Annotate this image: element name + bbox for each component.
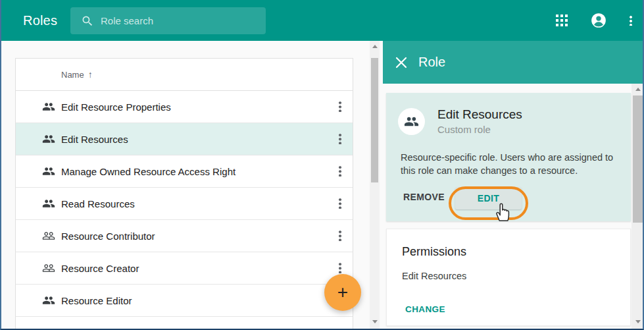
plus-icon: + — [337, 283, 348, 302]
change-button[interactable]: CHANGE — [405, 304, 445, 314]
permissions-heading: Permissions — [402, 245, 630, 259]
edit-button[interactable]: EDIT — [455, 187, 522, 209]
role-name: Read Resources — [61, 198, 135, 209]
avatar — [398, 108, 425, 135]
row-more-vert-icon[interactable] — [335, 262, 345, 275]
roles-list-region: Name ↑ Edit Resource Properties Edit Res… — [0, 41, 382, 329]
column-header-name[interactable]: Name — [61, 70, 84, 80]
panel-title: Role — [418, 55, 445, 70]
role-detail-name: Edit Resources — [437, 107, 522, 122]
add-role-fab[interactable]: + — [324, 274, 361, 311]
close-icon[interactable] — [395, 56, 408, 69]
page-title: Roles — [23, 13, 57, 28]
role-name: Resource Creator — [61, 263, 139, 274]
panel-scrollbar[interactable] — [632, 84, 644, 329]
scroll-down-icon[interactable] — [635, 320, 641, 323]
sort-ascending-icon[interactable]: ↑ — [88, 69, 93, 80]
table-row-partial[interactable] — [16, 317, 353, 330]
more-vert-icon[interactable] — [630, 15, 632, 26]
list-scrollbar[interactable] — [370, 41, 380, 329]
group-icon — [404, 114, 419, 129]
table-row[interactable]: Read Resources — [16, 188, 353, 220]
scrollbar-thumb[interactable] — [633, 96, 643, 223]
scroll-down-icon[interactable] — [372, 320, 378, 323]
app-header: Roles — [0, 0, 644, 41]
role-name: Manage Owned Resource Access Right — [61, 166, 235, 177]
permissions-value: Edit Resources — [402, 271, 630, 281]
table-row-selected[interactable]: Edit Resources — [16, 123, 353, 155]
table-row[interactable]: Resource Editor — [16, 285, 353, 317]
scroll-up-icon[interactable] — [635, 88, 641, 91]
table-row[interactable]: Resource Contributor — [16, 220, 353, 252]
apps-grid-icon[interactable] — [556, 14, 568, 26]
table-row[interactable]: Manage Owned Resource Access Right — [16, 155, 353, 188]
role-detail-panel: Role Edit Resources Custom role Resource… — [383, 41, 644, 329]
row-more-vert-icon[interactable] — [335, 101, 345, 113]
account-circle-icon[interactable] — [590, 12, 607, 29]
scrollbar-thumb[interactable] — [371, 58, 378, 182]
permissions-card: Permissions Edit Resources CHANGE — [386, 229, 631, 326]
scroll-up-icon[interactable] — [372, 45, 378, 48]
table-header-row: Name ↑ — [16, 59, 353, 91]
role-type-label: Custom role — [437, 124, 522, 135]
group-icon — [42, 327, 55, 330]
panel-header: Role — [383, 41, 644, 84]
role-name: Edit Resource Properties — [61, 101, 171, 113]
table-row[interactable]: Resource Creator — [16, 252, 353, 285]
row-more-vert-icon[interactable] — [335, 230, 345, 242]
group-icon — [42, 165, 55, 178]
remove-button[interactable]: REMOVE — [403, 192, 445, 202]
group-icon — [42, 132, 55, 146]
search-icon — [81, 14, 94, 28]
group-icon — [42, 294, 55, 307]
role-name: Edit Resources — [61, 134, 128, 145]
role-name: Resource Editor — [61, 295, 132, 306]
search-box[interactable] — [70, 7, 266, 34]
group-icon — [42, 100, 55, 113]
row-more-vert-icon[interactable] — [335, 198, 345, 210]
table-row[interactable]: Edit Resource Properties — [16, 91, 353, 123]
people-outline-icon — [42, 261, 55, 275]
row-more-vert-icon[interactable] — [335, 133, 345, 146]
group-icon — [42, 197, 55, 210]
row-more-vert-icon[interactable] — [335, 165, 345, 178]
role-summary-card: Edit Resources Custom role Resource-spec… — [386, 93, 631, 221]
people-outline-icon — [42, 229, 55, 242]
role-description: Resource-specific role. Users who are as… — [401, 151, 616, 177]
search-input[interactable] — [101, 15, 252, 26]
role-name: Resource Contributor — [61, 231, 155, 242]
roles-table: Name ↑ Edit Resource Properties Edit Res… — [15, 58, 353, 330]
